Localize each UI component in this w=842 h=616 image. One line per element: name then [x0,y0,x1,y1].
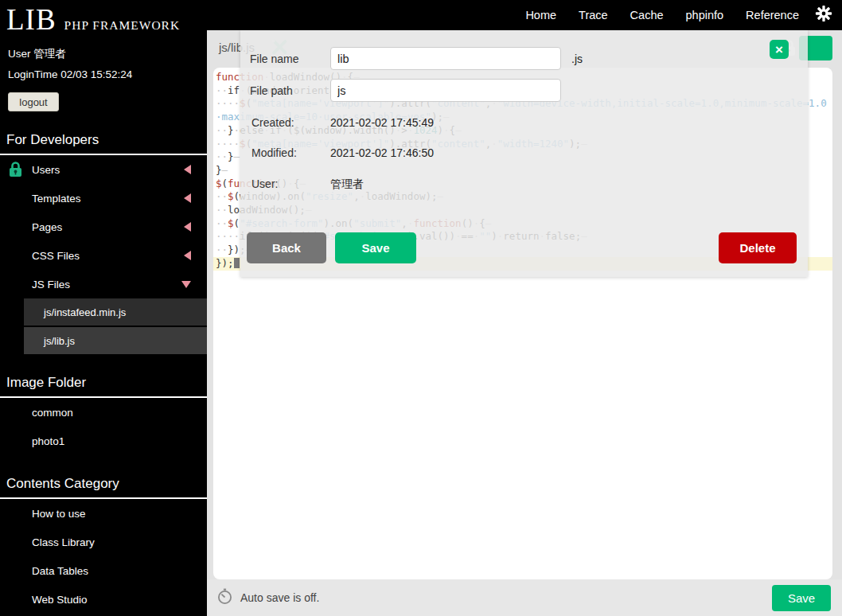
file-path-input[interactable] [330,79,561,102]
app-window: HomeTraceCachephpinfoReference LIB [0,0,842,616]
sidebar-item-pages[interactable]: Pages [0,212,207,241]
sidebar-item-label: Class Library [32,536,95,548]
autosave-timer-icon [216,588,233,608]
sidebar-item-css-files[interactable]: CSS Files [0,241,207,270]
user-name: User 管理者 [8,47,199,61]
sidebar-section-title: Image Folder [0,373,207,398]
sidebar: LIB PHP FRAMEWORK User 管理者 LoginTime 02/… [0,0,207,616]
sidebar-item-js-files[interactable]: JS Files [0,270,207,298]
sidebar-item-label: photo1 [32,435,64,447]
sidebar-subitem-js-lib-js[interactable]: js/lib.js [24,327,207,354]
file-path-label: File path [250,84,293,97]
modified-label: Modified: [251,146,297,159]
sidebar-item-photo1[interactable]: photo1 [0,427,207,455]
top-nav-item-trace[interactable]: Trace [567,9,619,21]
top-nav-item-home[interactable]: Home [514,9,567,21]
sidebar-item-how-to-use[interactable]: How to use [0,499,207,528]
sidebar-item-label: Pages [32,221,62,233]
sidebar-item-common[interactable]: common [0,398,207,427]
sidebar-item-label: Users [32,164,60,176]
gear-icon [815,5,832,25]
login-time: LoginTime 02/03 15:52:24 [8,68,199,80]
delete-button[interactable]: Delete [719,232,797,263]
top-nav-item-cache[interactable]: Cache [619,9,675,21]
settings-gear-button[interactable] [815,5,832,25]
top-nav-item-phpinfo[interactable]: phpinfo [675,9,735,21]
sidebar-subitem-js-instafeed-min-js[interactable]: js/instafeed.min.js [24,298,207,326]
created-value: 2021-02-02 17:45:49 [330,116,434,129]
sidebar-item-label: common [32,407,73,419]
logo-main: LIB [6,2,57,37]
sidebar-section-title: Contents Category [0,474,207,499]
chevron-down-icon [181,281,191,288]
file-properties-modal: × File name .js File path Created: 2021-… [240,30,808,277]
modal-save-button[interactable]: Save [335,232,416,263]
sidebar-section: For DevelopersUsersTemplatesPagesCSS Fil… [0,131,207,354]
created-label: Created: [251,116,294,129]
logout-button[interactable]: logout [8,92,59,111]
sidebar-item-label: Web Studio [32,594,88,606]
sidebar-item-label: CSS Files [32,250,80,262]
user-block: User 管理者 LoginTime 02/03 15:52:24 [0,37,207,80]
sidebar-item-data-tables[interactable]: Data Tables [0,556,207,585]
sidebar-item-templates[interactable]: Templates [0,184,207,212]
logo: LIB PHP FRAMEWORK [0,0,207,37]
file-extension-label: .js [571,53,583,65]
status-bar: Auto save is off. Save [207,579,842,616]
top-nav-item-reference[interactable]: Reference [735,9,810,21]
sidebar-section: Contents CategoryHow to useClass Library… [0,474,207,616]
sidebar-item-class-library[interactable]: Class Library [0,528,207,556]
file-name-input[interactable] [330,47,561,70]
chevron-left-icon [184,165,191,174]
bottom-save-button[interactable]: Save [772,585,831,611]
chevron-left-icon [184,193,191,203]
main-area: js/lib.js function·l [207,30,842,616]
sidebar-item-label: Data Tables [32,565,88,577]
sidebar-section: Image Foldercommonphoto1 [0,373,207,455]
sidebar-item-web-studio[interactable]: Web Studio [0,585,207,614]
file-name-label: File name [250,53,298,65]
modal-user-label: User: [251,177,278,190]
logo-sub: PHP FRAMEWORK [64,18,181,33]
modal-user-value: 管理者 [330,177,364,192]
text-cursor [234,258,240,268]
modal-close-button[interactable]: × [770,40,789,59]
sidebar-item-users[interactable]: Users [0,155,207,184]
sidebar-item-label: Templates [32,193,81,205]
modified-value: 2021-02-02 17:46:50 [330,146,434,159]
sidebar-sections: For DevelopersUsersTemplatesPagesCSS Fil… [0,131,207,616]
close-icon: × [775,43,783,57]
sidebar-item-label: How to use [32,508,86,520]
top-nav-items: HomeTraceCachephpinfoReference [514,9,810,21]
back-button[interactable]: Back [247,232,326,263]
lock-icon [9,162,22,180]
autosave-status-text: Auto save is off. [240,591,319,604]
sidebar-section-title: For Developers [0,131,207,155]
chevron-left-icon [184,251,191,260]
sidebar-item-label: JS Files [32,279,70,290]
chevron-left-icon [184,222,191,232]
